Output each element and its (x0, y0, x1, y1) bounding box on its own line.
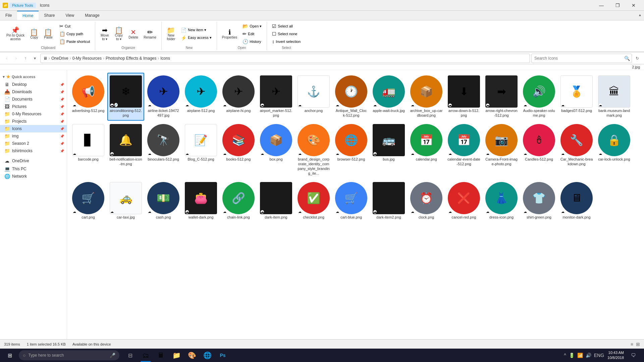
details-view-btn[interactable]: ≡ (631, 342, 633, 347)
file-item[interactable]: 📚 ☁ books-512.png (220, 121, 257, 179)
tab-home[interactable]: Home (17, 11, 39, 20)
large-icons-view-btn[interactable]: ⊞ (636, 342, 640, 347)
file-item[interactable]: 🔗 ☁ chain-link.png (220, 179, 257, 222)
file-item[interactable]: 🔧 ☁ Car_Mechanic-breakdown.png (558, 121, 595, 179)
file-item[interactable]: ☁ dark-item2.png (370, 179, 407, 222)
file-item[interactable]: ▊ ☁ barcode.png (70, 121, 107, 179)
file-item[interactable]: 🏛 ☁ bank-museum-landmark.png (596, 73, 633, 121)
paste-shortcut-btn[interactable]: 📋 Paste shortcut (57, 38, 92, 45)
sidebar-item-tshirtmocks[interactable]: 📁 tshirtmocks 📌 (0, 147, 67, 155)
new-folder-btn[interactable]: 📁 Newfolder (164, 26, 178, 42)
file-item[interactable]: 🚌 ☁ bus.jpg (370, 121, 407, 179)
sidebar-item-season2[interactable]: 📁 Season 2 📌 (0, 140, 67, 147)
path-onedrive[interactable]: OneDrive (51, 56, 68, 61)
file-item[interactable]: 🚕 ☁ car-taxi.jpg (107, 179, 144, 222)
sidebar-item-img[interactable]: 📁 img 📌 (0, 132, 67, 140)
close-button[interactable]: ✕ (626, 0, 641, 11)
file-item[interactable]: 🕐 ☁ Antique_Wall_Clock-512.png (333, 73, 370, 121)
file-item[interactable]: ✅ ☁ checklist.png (295, 179, 332, 222)
file-item[interactable]: ✈ ☁ airline-ticket-19472497.jpg (145, 73, 182, 121)
file-item[interactable]: 🛒 ☁ cart-blue.png (333, 179, 370, 222)
file-item[interactable]: 🔊 ☁ Audio-speaker-volume.png (521, 73, 557, 121)
history-btn[interactable]: 🕐 History (240, 38, 264, 45)
sidebar-item-desktop[interactable]: 🖥 Desktop 📌 (0, 81, 67, 88)
file-item[interactable]: 🚛 ☁ apple-wait-truck.jpg (370, 73, 407, 121)
file-item[interactable]: 🕯 ☁ Candles-512.png (521, 121, 557, 179)
sidebar-item-myresources[interactable]: 📁 0-My Resources 📌 (0, 110, 67, 118)
sidebar-item-network[interactable]: 🌐 Network (0, 173, 67, 180)
file-item[interactable]: ☁ dark-item.png (258, 179, 294, 222)
path-resources[interactable]: 0-My Resources (72, 56, 102, 61)
move-to-btn[interactable]: ➡ Moveto ▾ (98, 26, 111, 42)
file-item[interactable]: 📝 ☁ Blog_C-512.png (182, 121, 219, 179)
file-item[interactable]: 📅 ☁ calendar-event-date-512.png (445, 121, 482, 179)
search-input[interactable] (531, 54, 632, 63)
taskbar-folder[interactable]: 📁 (169, 349, 184, 362)
recent-locations-button[interactable]: ▾ (31, 54, 39, 62)
file-item[interactable]: 🎨 ☁ brand_design_corporate_identity_comp… (295, 121, 332, 179)
sidebar-item-documents[interactable]: 📄 Documents 📌 (0, 96, 67, 103)
invert-selection-btn[interactable]: ↕ Invert selection (270, 38, 303, 45)
minimize-button[interactable]: — (594, 0, 609, 11)
file-item[interactable]: ⏰ ☁ clock.png (408, 179, 445, 222)
start-button[interactable]: ⊞ (1, 349, 18, 362)
sidebar-item-onedrive[interactable]: ☁ OneDrive (0, 157, 67, 165)
new-item-btn[interactable]: 📄 New item ▾ (178, 26, 214, 34)
file-item[interactable]: 🔔 ☁ bell-notification-icon-tm.png (107, 121, 144, 179)
file-item[interactable]: 📦 ☁ archive_box_up-cardboard.png (408, 73, 445, 121)
taskbar-chrome[interactable]: 🌐 (200, 349, 215, 362)
file-item[interactable]: 🖥 ☁ monitor-dark.png (558, 179, 595, 222)
file-item[interactable]: ❌ ☁ cancel-red.png (445, 179, 482, 222)
select-all-btn[interactable]: ☑ Select all (270, 22, 303, 30)
taskbar-task-view[interactable]: ⊟ (123, 349, 138, 362)
edit-btn[interactable]: ✏ Edit (240, 30, 264, 38)
open-btn[interactable]: 📂 Open ▾ (240, 22, 264, 30)
copy-path-btn[interactable]: 📋 Copy path (57, 30, 92, 38)
path-icons[interactable]: Icons (160, 56, 170, 61)
file-item[interactable]: ⚓ ☁ anchor.png (295, 73, 332, 121)
file-item[interactable]: ✈ ☁ airplane-hi.png (220, 73, 257, 121)
tab-manage[interactable]: Manage (79, 11, 105, 20)
file-item[interactable]: 📷 ☁ Camera-Front-image-photo.png (483, 121, 520, 179)
path-root-icon[interactable]: 🖥 (43, 56, 47, 61)
notification-button[interactable]: 🗨 (627, 349, 640, 362)
file-item[interactable]: 👕 ☁ shirt-green.png (521, 179, 557, 222)
path-photoshop[interactable]: Photoshop Effects & Images (106, 56, 156, 61)
picture-tools-label[interactable]: Picture Tools (9, 3, 36, 8)
file-item[interactable]: 📢 ☁ advertising-512.png (70, 73, 107, 121)
maximize-button[interactable]: ❐ (610, 0, 625, 11)
taskbar-time[interactable]: 10:43 AM 10/8/2018 (606, 350, 625, 361)
select-none-btn[interactable]: ☐ Select none (270, 30, 303, 38)
quick-access-section[interactable]: ▾ ★ Quick access (0, 73, 67, 81)
taskbar-search-box[interactable]: ○ Type here to search 🎤 (19, 350, 119, 360)
taskbar-photoshop[interactable]: Ps (215, 349, 230, 362)
pin-quick-access-btn[interactable]: 📌 Pin to Quickaccess (4, 26, 27, 42)
file-item[interactable]: 📅 ☁ calendar.png (408, 121, 445, 179)
sidebar-item-pictures[interactable]: 🖼 Pictures 📌 (0, 103, 67, 110)
file-item[interactable]: ✈ ☁ airport_marker-512.png (258, 73, 294, 121)
file-item[interactable]: ✈ ☁ airplane-512.png (182, 73, 219, 121)
forward-button[interactable]: › (12, 54, 20, 62)
taskbar-photoshop-short[interactable]: 🎨 (184, 349, 199, 362)
tab-file[interactable]: File (0, 11, 17, 20)
paste-btn[interactable]: 📋 Paste (42, 28, 55, 40)
delete-btn[interactable]: ✕ Delete (126, 28, 141, 40)
file-item[interactable]: 👛 ☁ wallet-dark.png (182, 179, 219, 222)
sidebar-item-thispc[interactable]: 💻 This PC (0, 165, 67, 173)
file-item[interactable]: 👗 ☁ dress-icon.png (483, 179, 520, 222)
taskbar-calculator[interactable]: 🖩 (154, 349, 168, 362)
cut-btn[interactable]: ✂ Cut (57, 22, 92, 30)
tab-view[interactable]: View (60, 11, 79, 20)
easy-access-btn[interactable]: ⚡ Easy access ▾ (178, 34, 214, 42)
file-item[interactable]: 🌐 ☁ browser-512.png (333, 121, 370, 179)
file-item[interactable]: ❄ ☁ ✓ airconditioning-512.png (107, 73, 144, 121)
properties-btn[interactable]: ℹ Properties (220, 28, 240, 40)
refresh-button[interactable]: ↻ (633, 54, 641, 62)
ribbon-collapse-btn[interactable]: ▲ (636, 11, 644, 19)
rename-btn[interactable]: ✏ Rename (141, 28, 159, 40)
file-item[interactable]: ➡ ☁ arrow-right-chevron-512.png (483, 73, 520, 121)
tab-share[interactable]: Share (39, 11, 60, 20)
file-item[interactable]: ⬇ ☁ arrow-down-b-512.png (445, 73, 482, 121)
sidebar-item-icons[interactable]: 📁 Icons 📌 (0, 125, 67, 132)
file-item[interactable]: 🔭 ☁ binoculars-512.png (145, 121, 182, 179)
